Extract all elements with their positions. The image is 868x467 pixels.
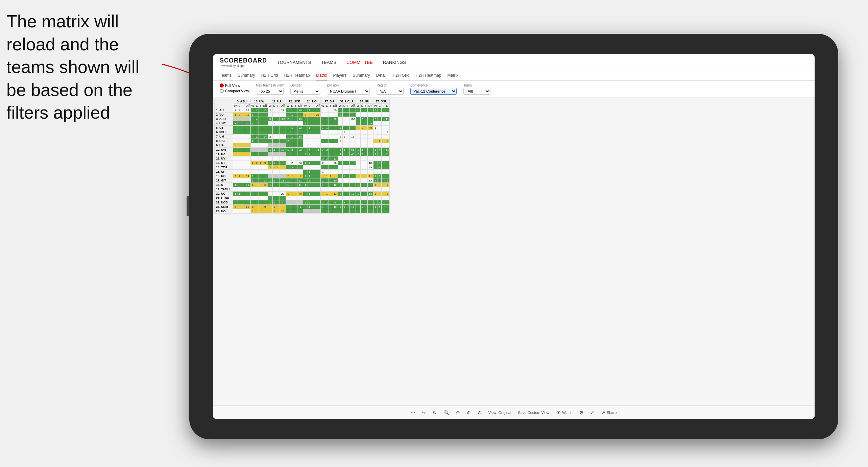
refresh-button[interactable]: ↻	[433, 410, 437, 415]
matrix-cell: 11	[367, 174, 373, 178]
sub-nav-h2h-heatmap[interactable]: H2H Heatmap	[284, 73, 310, 80]
sub-nav-detail[interactable]: Detail	[376, 73, 387, 80]
matrix-cell	[297, 209, 303, 214]
matrix-cell: 1	[356, 174, 361, 178]
compact-view-radio[interactable]	[220, 89, 224, 93]
matrix-cell: 2	[325, 156, 329, 161]
matrix-cell	[294, 113, 297, 117]
matrix-cell	[255, 170, 259, 174]
matrix-cell	[325, 165, 329, 170]
sub-nav-h2h-heatmap2[interactable]: H2H Heatmap	[415, 73, 441, 80]
full-view-radio[interactable]	[220, 83, 224, 88]
table-row: 8. UAF22111	[215, 139, 390, 143]
matrix-cell	[294, 126, 297, 130]
matrix-cell	[342, 183, 346, 187]
gender-select[interactable]: Men's Women's	[290, 88, 320, 95]
sub-nav-h2h-grid[interactable]: H2H Grid	[261, 73, 278, 80]
sub-l-5: L	[308, 104, 311, 108]
matrix-cell: 1	[360, 200, 364, 205]
nav-item-tournaments[interactable]: TOURNAMENTS	[277, 58, 311, 66]
matrix-cell	[332, 170, 338, 174]
matrix-cell	[308, 134, 311, 139]
sub-nav-h2h-grid2[interactable]: H2H Grid	[392, 73, 409, 80]
region-select[interactable]: N/A East West	[377, 88, 404, 95]
zoom-in-button[interactable]: ⊕	[467, 410, 471, 415]
matrix-cell	[320, 134, 325, 139]
matrix-cell	[320, 117, 325, 121]
matrix-cell	[250, 187, 255, 192]
sub-nav-summary[interactable]: Summary	[238, 73, 255, 80]
row-header: 15. UF	[215, 170, 233, 174]
matrix-cell	[329, 108, 332, 113]
conference-select[interactable]: Pac-12 Conference (All) ACC SEC	[410, 88, 457, 95]
matrix-cell: 11	[297, 183, 303, 187]
matrix-cell	[241, 205, 245, 209]
matrix-area[interactable]: 3. ASU 10. UW 11. UA 22. UCB 24. UO 27. …	[213, 98, 815, 405]
matrix-cell: 2	[268, 108, 273, 113]
matrix-cell	[329, 165, 332, 170]
nav-item-rankings[interactable]: RANKINGS	[383, 58, 406, 66]
matrix-cell	[367, 148, 373, 152]
undo-icon: ↩	[411, 410, 415, 415]
reset-button[interactable]: ⊙	[478, 410, 482, 415]
matrix-cell: 1	[233, 192, 238, 196]
sub-nav-matrix[interactable]: Matrix	[316, 73, 327, 80]
compact-view-option[interactable]: Compact View	[220, 89, 249, 93]
matrix-cell: 2	[233, 205, 238, 209]
max-teams-select[interactable]: Top 25 Top 10 All	[256, 88, 284, 95]
nav-item-committee[interactable]: COMMITTEE	[346, 58, 373, 66]
sub-t-6: T	[329, 104, 332, 108]
share-button[interactable]: ↗ Share	[601, 410, 617, 415]
matrix-cell	[294, 134, 297, 139]
undo-button[interactable]: ↩	[411, 410, 415, 415]
settings-button[interactable]: ⚙	[579, 410, 584, 415]
matrix-cell	[294, 130, 297, 134]
sub-l-8: L	[360, 104, 364, 108]
matrix-cell	[294, 156, 297, 161]
nav-item-teams[interactable]: TEAMS	[321, 58, 336, 66]
redo-button[interactable]: ↪	[422, 410, 426, 415]
matrix-cell	[349, 113, 356, 117]
matrix-cell: 2	[373, 174, 378, 178]
save-custom-button[interactable]: Save Custom View	[518, 411, 549, 415]
matrix-cell	[342, 156, 346, 161]
matrix-cell	[255, 183, 259, 187]
matrix-cell	[241, 152, 245, 156]
matrix-cell: 1	[303, 174, 308, 178]
sub-nav-matrix2[interactable]: Matrix	[448, 73, 459, 80]
matrix-cell	[297, 200, 303, 205]
view-original-button[interactable]: View: Original	[488, 411, 511, 415]
matrix-cell	[303, 187, 308, 192]
matrix-cell: 10	[332, 183, 338, 187]
matrix-cell	[290, 205, 294, 209]
matrix-cell	[329, 178, 332, 183]
matrix-cell	[290, 187, 294, 192]
zoom-search-button[interactable]: 🔍	[443, 410, 449, 415]
matrix-cell	[385, 165, 390, 170]
sub-w-9: W	[373, 104, 378, 108]
watch-button[interactable]: 👁 Watch	[556, 410, 573, 415]
matrix-cell: 1	[308, 205, 311, 209]
expand-button[interactable]: ⤢	[590, 410, 595, 415]
full-view-option[interactable]: Full View	[220, 83, 249, 88]
matrix-cell	[276, 196, 280, 200]
matrix-cell: 29	[367, 165, 373, 170]
matrix-cell	[342, 196, 346, 200]
matrix-cell	[332, 130, 338, 134]
matrix-cell: 1	[286, 165, 290, 170]
matrix-cell	[381, 143, 385, 148]
team-select[interactable]: (All)	[463, 88, 490, 95]
sub-nav-players[interactable]: Players	[333, 73, 346, 80]
matrix-cell	[245, 187, 250, 192]
matrix-cell: 1	[272, 205, 276, 209]
matrix-cell	[338, 156, 343, 161]
sub-nav-teams[interactable]: Teams	[220, 73, 232, 80]
matrix-cell	[286, 134, 290, 139]
table-row: 15. UF11	[215, 170, 390, 174]
matrix-cell	[342, 121, 346, 126]
division-select[interactable]: NCAA Division I NCAA Division II NCAA Di…	[327, 88, 370, 95]
zoom-out-button[interactable]: ⊖	[456, 410, 460, 415]
matrix-cell	[381, 108, 385, 113]
matrix-cell	[349, 139, 356, 143]
sub-nav-summary2[interactable]: Summary	[353, 73, 370, 80]
